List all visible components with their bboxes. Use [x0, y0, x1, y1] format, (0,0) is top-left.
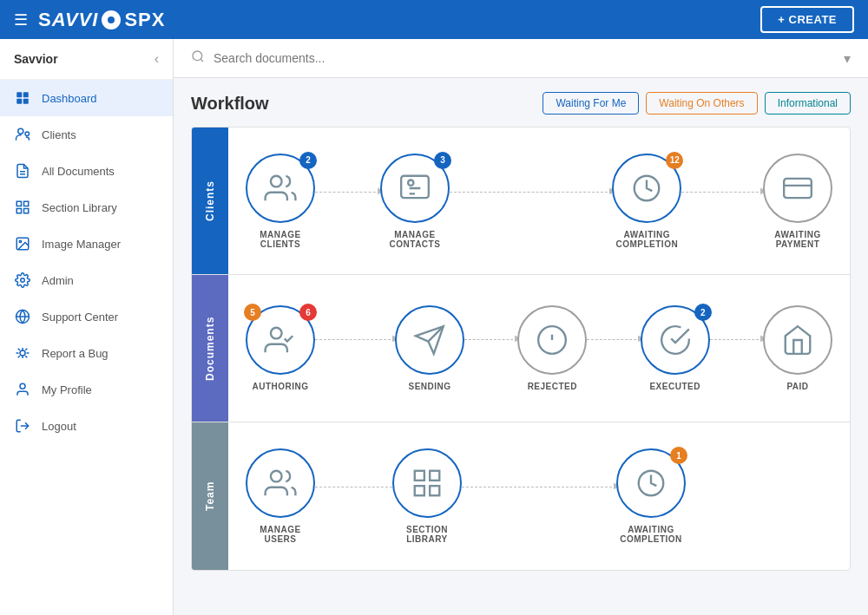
waiting-on-others-badge[interactable]: Waiting On Others	[646, 92, 757, 114]
sidebar-item-dashboard-label: Dashboard	[42, 92, 97, 105]
workflow-content: Workflow Waiting For Me Waiting On Other…	[174, 78, 868, 615]
sending-circle	[395, 305, 464, 375]
sidebar-header: Savvior ‹	[0, 39, 173, 80]
search-input[interactable]	[214, 51, 835, 65]
svg-rect-8	[16, 201, 21, 206]
sidebar-item-clients[interactable]: Clients	[0, 116, 173, 153]
search-bar: ▾	[174, 39, 868, 78]
svg-rect-34	[430, 471, 439, 481]
section-library-icon	[14, 199, 31, 216]
awaiting-payment-label: AWAITINGPAYMENT	[774, 230, 820, 249]
sending-label: SENDING	[408, 382, 450, 391]
section-library-circle	[392, 448, 462, 518]
svg-point-18	[20, 383, 25, 389]
svg-rect-2	[16, 99, 22, 104]
svg-point-24	[408, 180, 413, 185]
create-button[interactable]: + CREATE	[760, 6, 854, 33]
informational-badge[interactable]: Informational	[765, 92, 851, 114]
support-center-icon	[14, 308, 31, 325]
search-dropdown-icon[interactable]: ▾	[844, 50, 851, 67]
workflow-row-team: Team MANAGEUSERS	[192, 422, 850, 570]
sidebar-item-support-center-label: Support Center	[42, 311, 118, 324]
svg-point-13	[19, 240, 21, 242]
manage-users-node[interactable]: MANAGEUSERS	[246, 448, 315, 544]
executed-node[interactable]: 2 EXECUTED	[641, 305, 710, 391]
topbar: ☰ SAVVI SPX + CREATE	[0, 0, 868, 39]
sidebar-item-report-bug[interactable]: Report a Bug	[0, 335, 173, 371]
workflow-title: Workflow	[191, 94, 269, 114]
sidebar-item-section-library[interactable]: Section Library	[0, 189, 173, 226]
sidebar: Savvior ‹ Dashboard Clients All Document…	[0, 39, 174, 615]
svg-rect-9	[24, 201, 29, 206]
workflow-header: Workflow Waiting For Me Waiting On Other…	[191, 92, 851, 114]
sidebar-item-logout[interactable]: Logout	[0, 408, 173, 444]
manage-clients-badge: 2	[299, 152, 317, 169]
svg-point-28	[271, 328, 282, 339]
sidebar-item-section-library-label: Section Library	[42, 201, 117, 214]
manage-clients-label: MANAGECLIENTS	[260, 230, 300, 249]
main-content: ▾ Workflow Waiting For Me Waiting On Oth…	[174, 39, 868, 615]
sidebar-item-clients-label: Clients	[42, 128, 76, 141]
logout-icon	[14, 417, 31, 435]
sidebar-item-image-manager[interactable]: Image Manager	[0, 226, 173, 262]
awaiting-completion-team-node[interactable]: 1 AWAITINGCOMPLETION	[616, 448, 686, 544]
sidebar-item-admin[interactable]: Admin	[0, 262, 173, 298]
executed-circle: 2	[641, 305, 710, 375]
sidebar-item-my-profile[interactable]: My Profile	[0, 371, 173, 408]
report-bug-icon	[14, 344, 31, 362]
svg-point-17	[20, 350, 25, 356]
awaiting-payment-node[interactable]: AWAITINGPAYMENT	[763, 154, 832, 249]
sidebar-item-all-documents[interactable]: All Documents	[0, 153, 173, 189]
rejected-circle	[517, 305, 587, 375]
svg-rect-10	[16, 209, 21, 213]
all-documents-icon	[14, 162, 31, 180]
sidebar-title: Savvior	[14, 52, 58, 66]
authoring-node[interactable]: 5 6 AUTHORING	[246, 305, 315, 391]
topbar-left: ☰ SAVVI SPX	[14, 9, 165, 31]
search-icon	[191, 49, 205, 67]
svg-point-32	[271, 471, 282, 482]
manage-contacts-badge: 3	[434, 152, 451, 169]
manage-users-circle	[246, 448, 315, 518]
svg-point-5	[25, 132, 30, 136]
dashboard-icon	[14, 89, 31, 107]
section-library-label: SECTIONLIBRARY	[406, 525, 448, 544]
paid-node[interactable]: PAID	[763, 305, 832, 391]
awaiting-completion-clients-circle: 12	[612, 154, 681, 223]
section-library-node[interactable]: SECTIONLIBRARY	[392, 448, 462, 544]
rejected-node[interactable]: REJECTED	[517, 305, 587, 391]
svg-rect-33	[415, 471, 424, 481]
logo-icon	[102, 10, 121, 29]
my-profile-icon	[14, 381, 31, 398]
sidebar-item-all-documents-label: All Documents	[42, 165, 115, 178]
sidebar-item-admin-label: Admin	[42, 274, 74, 287]
manage-contacts-label: MANAGECONTACTS	[390, 230, 441, 249]
workflow-row-documents: Documents 5 6 AUTHORING	[192, 275, 850, 422]
svg-point-14	[21, 278, 25, 283]
svg-rect-35	[415, 486, 424, 495]
manage-users-label: MANAGEUSERS	[260, 525, 300, 544]
authoring-label: AUTHORING	[252, 382, 308, 391]
svg-rect-1	[23, 92, 29, 97]
workflow-diagram: Clients 2 MANAGECLIENTS	[191, 127, 851, 571]
executed-label: EXECUTED	[649, 382, 700, 391]
waiting-for-me-badge[interactable]: Waiting For Me	[542, 92, 639, 114]
svg-rect-0	[16, 92, 22, 97]
team-row-label: Team	[192, 422, 228, 570]
sidebar-collapse-button[interactable]: ‹	[155, 51, 159, 67]
sending-node[interactable]: SENDING	[395, 305, 464, 391]
sidebar-item-report-bug-label: Report a Bug	[42, 347, 108, 360]
manage-clients-node[interactable]: 2 MANAGECLIENTS	[246, 154, 315, 249]
clients-icon	[14, 126, 31, 143]
clients-row-label: Clients	[192, 128, 228, 274]
sidebar-item-support-center[interactable]: Support Center	[0, 298, 173, 335]
awaiting-completion-clients-node[interactable]: 12 AWAITINGCOMPLETION	[612, 154, 681, 249]
awaiting-completion-team-circle: 1	[616, 448, 686, 518]
sidebar-item-dashboard[interactable]: Dashboard	[0, 80, 173, 116]
awaiting-payment-circle	[763, 154, 832, 223]
svg-rect-11	[24, 209, 29, 213]
sidebar-item-image-manager-label: Image Manager	[42, 238, 121, 251]
manage-contacts-node[interactable]: 3 MANAGECONTACTS	[380, 154, 450, 249]
menu-icon[interactable]: ☰	[14, 10, 28, 29]
svg-rect-36	[430, 486, 439, 495]
